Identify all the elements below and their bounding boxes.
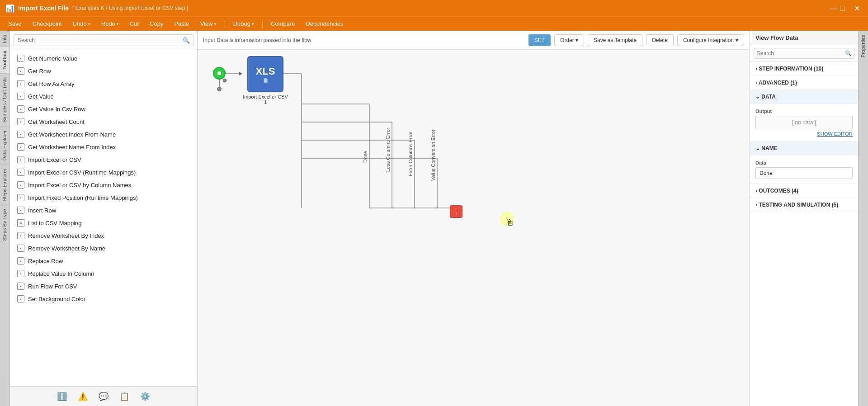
toolbox-item[interactable]: ▪Get Row As Array xyxy=(10,77,197,90)
tool-item-icon: ▪ xyxy=(17,232,24,239)
tab-steps-by-type[interactable]: Steps By Type xyxy=(0,205,9,245)
settings-button[interactable]: ⚙️ xyxy=(140,392,150,401)
menu-compare[interactable]: Compare xyxy=(266,19,299,29)
toolbox-list: ▪Get Numeric Value▪Get Row▪Get Row As Ar… xyxy=(10,50,197,386)
toolbox-item[interactable]: ▪Get Numeric Value xyxy=(10,52,197,65)
tool-item-icon: ▪ xyxy=(17,156,24,163)
toolbox-item[interactable]: ▪Get Worksheet Count xyxy=(10,115,197,128)
menu-dependencies[interactable]: Dependencies xyxy=(301,19,348,29)
toolbox-item[interactable]: ▪Replace Value In Column xyxy=(10,267,197,280)
tool-item-label: Import Excel or CSV xyxy=(28,156,81,163)
tool-item-icon: ▪ xyxy=(17,169,24,176)
configure-integration-button[interactable]: Configure Integration ▾ xyxy=(677,34,744,46)
excel-node[interactable]: XLS 📄 Import Excel or CSV 1 xyxy=(243,56,288,105)
tool-item-label: Replace Row xyxy=(28,258,63,264)
menu-cut[interactable]: Cut xyxy=(125,19,143,29)
toolbox-item[interactable]: ▪Import Excel or CSV xyxy=(10,153,197,166)
toolbox-item[interactable]: ▪Get Row xyxy=(10,65,197,77)
menu-undo[interactable]: Undo ▾ xyxy=(68,19,95,29)
svg-text:Done: Done xyxy=(363,151,368,163)
right-search-icon: 🔍 xyxy=(845,50,852,57)
menu-debug[interactable]: Debug ▾ xyxy=(229,19,259,29)
name-section: Data xyxy=(750,156,858,184)
tool-item-label: Get Worksheet Count xyxy=(28,118,85,125)
right-search-input[interactable] xyxy=(754,48,854,59)
section-step-information[interactable]: › STEP INFORMATION (10) xyxy=(750,62,858,76)
output-label: Output xyxy=(755,109,853,114)
toolbox-item[interactable]: ▪Import Fixed Position (Runtime Mappings… xyxy=(10,191,197,204)
set-button[interactable]: SET xyxy=(528,34,551,46)
tool-item-label: Import Fixed Position (Runtime Mappings) xyxy=(28,194,138,201)
show-editor-container: SHOW EDITOR xyxy=(755,131,853,137)
tab-data-explorer[interactable]: Data Explorer xyxy=(0,126,9,164)
toolbox-item[interactable]: ▪Replace Row xyxy=(10,255,197,267)
tool-item-label: Get Worksheet Name From Index xyxy=(28,144,116,151)
section-advanced[interactable]: › ADVANCED (1) xyxy=(750,76,858,90)
search-bar: 🔍 xyxy=(10,31,197,50)
toolbox-item[interactable]: ≡List to CSV Mapping xyxy=(10,217,197,229)
tool-item-icon: ▪ xyxy=(17,118,24,125)
tool-item-label: Get Worksheet Index From Name xyxy=(28,131,116,138)
section-name-header[interactable]: ⌄ NAME xyxy=(750,142,858,156)
tool-item-label: Remove Worksheet By Index xyxy=(28,232,104,239)
toolbox-item[interactable]: ▪Get Worksheet Index From Name xyxy=(10,128,197,141)
subtitle: [ Examples K / Using Import Excel or CSV… xyxy=(72,5,188,11)
info-button[interactable]: ℹ️ xyxy=(57,392,67,401)
name-section-label: ⌄ NAME xyxy=(755,145,778,151)
order-button[interactable]: Order ▾ xyxy=(554,34,584,46)
section-outcomes[interactable]: › OUTCOMES (4) xyxy=(750,184,858,198)
menu-checkpoint[interactable]: Checkpoint xyxy=(28,19,66,29)
tool-item-icon: ▪ xyxy=(17,105,24,113)
tool-item-label: Import Excel or CSV (Runtime Mappings) xyxy=(28,169,136,176)
tool-item-icon: ▪ xyxy=(17,257,24,264)
warning-button[interactable]: ⚠️ xyxy=(78,392,88,401)
name-input[interactable] xyxy=(755,167,853,179)
tab-toolbox[interactable]: Toolbox xyxy=(0,47,9,73)
menu-save[interactable]: Save xyxy=(4,19,26,29)
toolbox-item[interactable]: ▪Get Value In Csv Row xyxy=(10,103,197,115)
toolbox-item[interactable]: ▪Import Excel or CSV by Column Names xyxy=(10,179,197,191)
tab-steps-explorer[interactable]: Steps Explorer xyxy=(0,165,9,205)
left-tabs: Info Toolbox Samples / Unit Tests Data E… xyxy=(0,31,10,406)
tool-item-icon: ▪ xyxy=(17,93,24,100)
menu-copy[interactable]: Copy xyxy=(145,19,168,29)
section-data-header[interactable]: ⌄ DATA xyxy=(750,90,858,104)
tab-info[interactable]: Info xyxy=(0,31,9,47)
outcomes-label: › OUTCOMES (4) xyxy=(755,188,798,194)
toolbox-item[interactable]: ▪Run Flow For CSV xyxy=(10,280,197,293)
menu-paste[interactable]: Paste xyxy=(170,19,193,29)
toolbox-item[interactable]: ▪Get Value xyxy=(10,90,197,103)
name-field-label: Data xyxy=(755,160,853,165)
toolbox-item[interactable]: ▪Get Worksheet Name From Index xyxy=(10,141,197,153)
search-input[interactable] xyxy=(14,34,193,46)
toolbox-item[interactable]: ▪Set Background Color xyxy=(10,293,197,305)
flow-canvas[interactable]: Done Less Columns Error Extra Columns Er… xyxy=(198,50,750,406)
tool-item-icon: ▪ xyxy=(17,55,24,62)
delete-button[interactable]: Delete xyxy=(646,34,674,46)
tool-item-label: Get Numeric Value xyxy=(28,55,77,62)
canvas-toolbar: Input Data is information passed into th… xyxy=(198,31,750,50)
tool-item-label: Remove Worksheet By Name xyxy=(28,245,105,252)
toolbox-item[interactable]: ▪Import Excel or CSV (Runtime Mappings) xyxy=(10,166,197,179)
tool-item-icon: ▪ xyxy=(17,143,24,151)
toolbox-item[interactable]: ▪Remove Worksheet By Index xyxy=(10,229,197,242)
toolbox-item[interactable]: ▪Remove Worksheet By Name xyxy=(10,242,197,255)
right-tab-properties[interactable]: Properties xyxy=(859,31,868,61)
doc-button[interactable]: 📋 xyxy=(119,392,129,401)
save-as-template-button[interactable]: Save as Template xyxy=(588,34,642,46)
tool-item-icon: ▪ xyxy=(17,270,24,277)
show-editor-button[interactable]: SHOW EDITOR xyxy=(817,131,853,137)
toolbox-panel: 🔍 ▪Get Numeric Value▪Get Row▪Get Row As … xyxy=(10,31,198,406)
window-controls: — □ ✕ xyxy=(830,4,863,13)
menu-view[interactable]: View ▾ xyxy=(196,19,221,29)
close-button[interactable]: ✕ xyxy=(851,4,863,13)
section-testing[interactable]: › TESTING AND SIMULATION (5) xyxy=(750,198,858,212)
tab-samples[interactable]: Samples / Unit Tests xyxy=(0,73,9,126)
start-node xyxy=(213,67,226,91)
menu-redo[interactable]: Redo ▾ xyxy=(97,19,123,29)
toolbox-item[interactable]: ▪Insert Row xyxy=(10,204,197,217)
app-icon: 📊 xyxy=(5,4,14,13)
chat-button[interactable]: 💬 xyxy=(99,392,108,401)
tool-item-icon: ▪ xyxy=(17,207,24,214)
view-flow-label[interactable]: View Flow Data xyxy=(755,34,798,41)
